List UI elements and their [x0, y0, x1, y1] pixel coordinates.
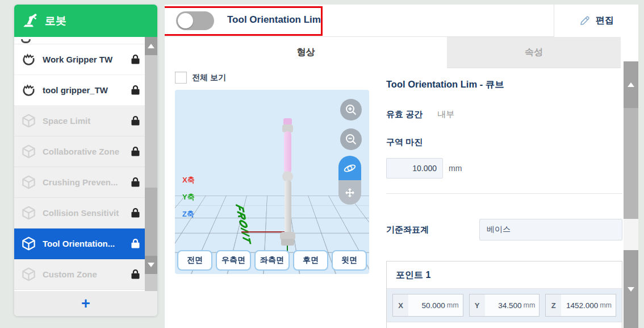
valid-space-row: 유효 공간 내부 — [386, 109, 622, 120]
main-header: Tool Orientation Lim 편집 — [165, 5, 638, 37]
view-back-button[interactable]: 후면 — [293, 250, 328, 271]
zone-margin-label: 구역 마진 — [386, 137, 622, 148]
main-scrollbar-thumb[interactable] — [624, 108, 638, 219]
scroll-up-icon[interactable] — [145, 37, 157, 55]
coord-z-label: Z — [546, 294, 561, 316]
tab-bar: 형상 속성 — [165, 37, 638, 68]
sidebar-list: Work Gripper TW tool gripper_TW — [14, 37, 157, 291]
lock-icon — [129, 146, 141, 157]
edit-button[interactable]: 편집 — [554, 5, 638, 37]
valid-space-value: 내부 — [437, 109, 454, 120]
magnifier-plus-icon — [344, 103, 358, 117]
sidebar-item-custom-zone[interactable]: Custom Zone — [14, 259, 145, 290]
sidebar-item-collision-sensitivity[interactable]: Collision Sensitivit — [14, 198, 145, 229]
tab-properties[interactable]: 속성 — [447, 37, 621, 68]
cube-icon — [21, 267, 36, 282]
lock-icon — [129, 238, 141, 250]
point-1-section: 포인트 1 X 50.000 mm Y 34.500 mm Z 1452.000… — [386, 261, 622, 328]
point-1-coords: X 50.000 mm Y 34.500 mm Z 1452.000 mm — [387, 289, 622, 322]
add-item-button[interactable]: + — [14, 291, 157, 316]
scroll-down-icon[interactable] — [145, 256, 157, 274]
pencil-icon — [579, 15, 591, 27]
gripper-icon — [21, 52, 36, 67]
sidebar-item-work-gripper-tw[interactable]: Work Gripper TW — [14, 44, 145, 75]
coord-y-value: 34.500 — [485, 301, 522, 310]
z-axis-label: Z축 — [182, 209, 195, 219]
sidebar-title: 로봇 — [45, 14, 66, 28]
sidebar-header: 로봇 — [14, 5, 157, 37]
reference-frame-label: 기준좌표계 — [386, 225, 429, 235]
zone-margin-unit: mm — [449, 164, 462, 173]
coord-y-label: Y — [470, 294, 485, 316]
viewer-mode-switch — [338, 156, 361, 205]
coord-x-unit: mm — [447, 301, 459, 309]
show-all-checkbox[interactable] — [175, 72, 187, 84]
coord-x-label: X — [393, 294, 408, 316]
zone-margin-input[interactable] — [386, 158, 443, 178]
zoom-out-button[interactable] — [340, 128, 362, 150]
y-axis-label: Y축 — [182, 192, 195, 202]
pan-mode-button[interactable] — [338, 180, 361, 205]
coord-y-field[interactable]: Y 34.500 mm — [469, 294, 540, 317]
lock-icon — [129, 84, 141, 96]
view-right-button[interactable]: 우측면 — [216, 250, 251, 271]
main-scrollbar[interactable] — [624, 61, 638, 328]
scroll-up-icon[interactable] — [624, 61, 638, 108]
view-preset-buttons: 전면 우측면 좌측면 후면 윗면 — [177, 250, 367, 271]
list-item-partial[interactable] — [14, 37, 157, 44]
sidebar-item-collaborative-zone[interactable]: Collaborative Zone — [14, 136, 145, 167]
cube-icon — [21, 175, 36, 190]
cube-icon — [21, 113, 36, 128]
coord-z-unit: mm — [600, 301, 612, 309]
magnifier-minus-icon — [344, 132, 358, 146]
cube-icon — [21, 144, 36, 159]
toggle-knob — [178, 13, 193, 28]
coord-x-value: 50.000 — [408, 301, 445, 310]
x-axis-label: X축 — [182, 175, 195, 185]
plus-icon: + — [81, 296, 90, 312]
axis-legend: X축 Y축 Z축 — [182, 175, 195, 219]
sidebar-item-tool-gripper-tw[interactable]: tool gripper_TW — [14, 75, 145, 106]
view-front-button[interactable]: 전면 — [177, 250, 212, 271]
view-left-button[interactable]: 좌측면 — [254, 250, 290, 271]
lock-icon — [129, 268, 141, 280]
gripper-icon — [21, 82, 36, 98]
lock-icon — [129, 207, 141, 219]
zone-title: Tool Orientation Lim — [227, 14, 321, 26]
robot-arm-icon — [22, 13, 39, 30]
point-1-title: 포인트 1 — [387, 261, 622, 289]
valid-space-label: 유효 공간 — [386, 109, 423, 120]
lock-icon — [129, 53, 141, 65]
section-divider — [386, 193, 622, 194]
lock-icon — [129, 115, 141, 127]
coord-y-unit: mm — [524, 301, 536, 309]
robot-3d-viewer[interactable]: FRONT X축 Y축 Z축 — [175, 90, 369, 274]
show-all-control: 전체 보기 — [175, 72, 226, 84]
coord-z-value: 1452.000 — [561, 301, 598, 310]
partial-icon — [21, 39, 31, 43]
zone-margin-row: mm — [386, 158, 622, 178]
properties-title: Tool Orientation Lim - 큐브 — [386, 78, 622, 91]
coord-x-field[interactable]: X 50.000 mm — [392, 294, 463, 317]
sidebar-item-crushing-prevention[interactable]: Crushing Preven... — [14, 167, 145, 198]
cube-icon — [21, 236, 36, 251]
view-top-button[interactable]: 윗면 — [332, 250, 367, 271]
zoom-in-button[interactable] — [340, 99, 362, 121]
reference-frame-input[interactable] — [479, 219, 622, 240]
properties-panel: Tool Orientation Lim - 큐브 유효 공간 내부 구역 마진… — [386, 68, 622, 328]
sidebar-item-tool-orientation[interactable]: Tool Orientation... — [14, 229, 145, 259]
sidebar-item-space-limit[interactable]: Space Limit — [14, 106, 145, 136]
main-panel: Tool Orientation Lim 편집 형상 속성 전체 보기 FRON… — [165, 5, 638, 328]
tool-orientation-toggle[interactable] — [176, 11, 214, 30]
sidebar-scrollbar[interactable] — [145, 37, 157, 291]
cube-icon — [21, 205, 36, 221]
tab-shape[interactable]: 형상 — [165, 37, 447, 68]
scroll-down-icon[interactable] — [624, 250, 638, 328]
coord-z-field[interactable]: Z 1452.000 mm — [545, 294, 616, 317]
reference-frame-row: 기준좌표계 — [386, 219, 622, 240]
orbit-icon — [343, 161, 357, 175]
move-arrows-icon — [343, 186, 357, 200]
rotate-mode-button[interactable] — [338, 156, 361, 180]
show-all-label: 전체 보기 — [192, 73, 226, 83]
lock-icon — [129, 176, 141, 188]
